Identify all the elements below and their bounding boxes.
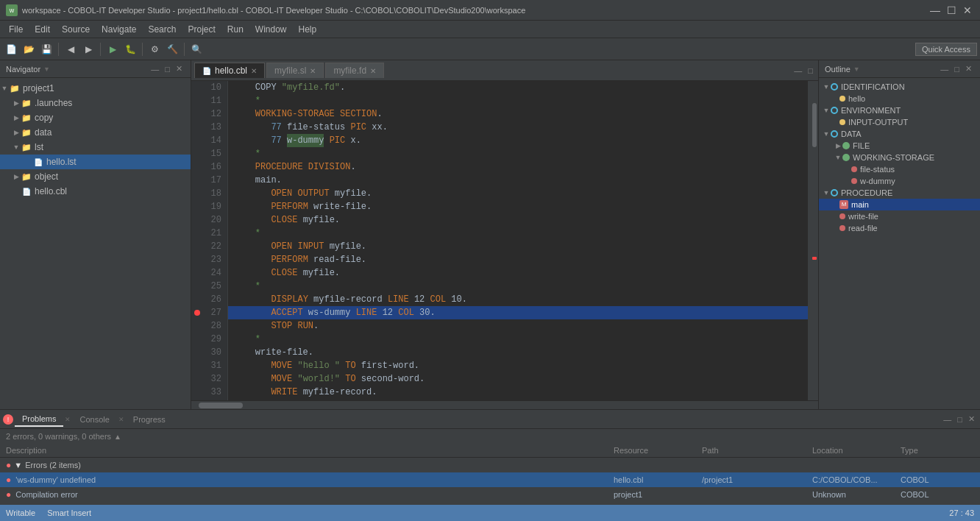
outline-w-dummy[interactable]: w-dummy bbox=[819, 175, 980, 187]
tree-item-hello-lst[interactable]: 📄 hello.lst bbox=[0, 155, 191, 169]
code-content[interactable]: COPY "myfile.fd". * WORKING-STORAGE SECT… bbox=[228, 81, 808, 400]
tab-myfile-sl[interactable]: myfile.sl ✕ bbox=[266, 63, 324, 78]
open-button[interactable]: 📂 bbox=[21, 41, 37, 57]
menu-navigate[interactable]: Navigate bbox=[96, 23, 142, 36]
navigator-minimize-button[interactable]: — bbox=[149, 63, 161, 74]
tree-item-hello-cbl[interactable]: 📄 hello.cbl bbox=[0, 184, 191, 199]
bottom-maximize-button[interactable]: □ bbox=[955, 414, 965, 425]
outline-data[interactable]: ▼ DATA bbox=[819, 128, 980, 140]
prob-1-type: COBOL bbox=[901, 475, 974, 484]
main-area: Navigator ▼ — □ ✕ ▼ 📁 project1 ▶ 📁 .laun… bbox=[0, 60, 980, 409]
code-line-29: * bbox=[228, 333, 808, 346]
outline-input-output[interactable]: INPUT-OUTPUT bbox=[819, 116, 980, 128]
menu-project[interactable]: Project bbox=[182, 23, 221, 36]
tree-item-launches[interactable]: ▶ 📁 .launches bbox=[0, 96, 191, 110]
ln-12: 12 bbox=[191, 107, 227, 121]
outline-label-file: FILE bbox=[853, 141, 870, 150]
outline-procedure[interactable]: ▼ PROCEDURE bbox=[819, 187, 980, 199]
bottom-minimize-button[interactable]: — bbox=[941, 414, 954, 425]
tab-hello-cbl[interactable]: 📄 hello.cbl ✕ bbox=[194, 63, 265, 78]
expand-all-button[interactable]: ▲ bbox=[114, 433, 121, 441]
horizontal-scrollbar[interactable] bbox=[191, 400, 818, 409]
menu-help[interactable]: Help bbox=[293, 23, 323, 36]
tab-console[interactable]: Console bbox=[72, 413, 116, 426]
tree-item-data[interactable]: ▶ 📁 data bbox=[0, 125, 191, 140]
h-scrollbar-thumb[interactable] bbox=[199, 403, 243, 408]
minimize-button[interactable]: — bbox=[928, 4, 942, 17]
new-button[interactable]: 📄 bbox=[3, 41, 19, 57]
tree-label-hello-cbl: hello.cbl bbox=[35, 186, 67, 196]
problems-summary: 2 errors, 0 warnings, 0 others ▲ bbox=[0, 429, 980, 444]
tree-item-lst[interactable]: ▼ 📁 lst bbox=[0, 140, 191, 155]
tree-item-project1[interactable]: ▼ 📁 project1 bbox=[0, 81, 191, 96]
ln-28: 28 bbox=[191, 319, 227, 333]
outline-file-status[interactable]: file-status bbox=[819, 163, 980, 175]
code-editor[interactable]: 10 11 12 13 14 15 16 17 18 19 20 21 22 2… bbox=[191, 81, 808, 400]
status-bar: Writable Smart Insert 27 : 43 bbox=[0, 505, 980, 521]
tree-item-object[interactable]: ▶ 📁 object bbox=[0, 169, 191, 184]
tab-problems[interactable]: Problems bbox=[15, 412, 63, 427]
project-icon: 📁 bbox=[9, 82, 21, 94]
navigator-maximize-button[interactable]: □ bbox=[163, 63, 172, 74]
editor-minimize-button[interactable]: — bbox=[792, 65, 804, 76]
outline-working-storage[interactable]: ▼ WORKING-STORAGE bbox=[819, 152, 980, 163]
navigator-close-button[interactable]: ✕ bbox=[174, 63, 185, 74]
outline-close-button[interactable]: ✕ bbox=[963, 63, 974, 74]
menu-edit[interactable]: Edit bbox=[29, 23, 56, 36]
maximize-button[interactable]: ☐ bbox=[945, 4, 958, 17]
tree-label-object: object bbox=[35, 171, 58, 182]
outline-arrow-procedure: ▼ bbox=[822, 189, 831, 196]
outline-read-file[interactable]: read-file bbox=[819, 222, 980, 234]
ln-20: 20 bbox=[191, 213, 227, 227]
tab-close-myfile-fd[interactable]: ✕ bbox=[370, 67, 376, 75]
outline-label-w-dummy: w-dummy bbox=[860, 177, 895, 185]
outline-environment[interactable]: ▼ ENVIRONMENT bbox=[819, 104, 980, 116]
search-toolbar-button[interactable]: 🔍 bbox=[188, 41, 205, 57]
code-line-21: * bbox=[228, 227, 808, 240]
prob-2-resource: project1 bbox=[614, 490, 702, 499]
bottom-close-button[interactable]: ✕ bbox=[966, 414, 977, 425]
outline-maximize-button[interactable]: □ bbox=[952, 63, 962, 74]
errors-group-arrow[interactable]: ▼ bbox=[14, 461, 22, 469]
run-button[interactable]: ▶ bbox=[104, 41, 121, 57]
scrollbar-thumb[interactable] bbox=[812, 103, 817, 147]
compile-button[interactable]: ⚙ bbox=[146, 41, 163, 57]
editor-maximize-button[interactable]: □ bbox=[806, 65, 815, 76]
menu-run[interactable]: Run bbox=[221, 23, 249, 36]
outline-file[interactable]: ▶ FILE bbox=[819, 140, 980, 152]
menu-search[interactable]: Search bbox=[142, 23, 182, 36]
outline-main[interactable]: M main bbox=[819, 199, 980, 210]
outline-title: Outline bbox=[825, 65, 851, 74]
code-line-26: DISPLAY myfile-record LINE 12 COL 10. bbox=[228, 293, 808, 306]
prob-row-2[interactable]: ● Compilation error project1 Unknown COB… bbox=[0, 487, 980, 502]
quick-access-label[interactable]: Quick Access bbox=[915, 43, 977, 56]
summary-text: 2 errors, 0 warnings, 0 others bbox=[6, 432, 111, 441]
build-button[interactable]: 🔨 bbox=[164, 41, 180, 57]
outline-label-write-file: write-file bbox=[848, 212, 878, 221]
navigator-tree: ▼ 📁 project1 ▶ 📁 .launches ▶ 📁 copy bbox=[0, 78, 191, 409]
menu-file[interactable]: File bbox=[3, 23, 29, 36]
debug-button[interactable]: 🐛 bbox=[122, 41, 138, 57]
close-button[interactable]: ✕ bbox=[961, 4, 974, 17]
tree-item-copy[interactable]: ▶ 📁 copy bbox=[0, 110, 191, 125]
outline-minimize-button[interactable]: — bbox=[938, 63, 951, 74]
outline-hello[interactable]: hello bbox=[819, 93, 980, 104]
tab-progress[interactable]: Progress bbox=[126, 413, 173, 426]
tab-close-myfile-sl[interactable]: ✕ bbox=[310, 67, 316, 75]
prob-row-1[interactable]: ● 'ws-dummy' undefined hello.cbl /projec… bbox=[0, 472, 980, 487]
editor-scrollbar[interactable] bbox=[808, 81, 818, 400]
forward-button[interactable]: ▶ bbox=[80, 41, 96, 57]
tab-close-hello-cbl[interactable]: ✕ bbox=[251, 67, 257, 75]
outline-icon-io bbox=[839, 119, 845, 125]
back-button[interactable]: ◀ bbox=[63, 41, 79, 57]
outline-write-file[interactable]: write-file bbox=[819, 210, 980, 222]
tab-myfile-fd[interactable]: myfile.fd ✕ bbox=[325, 63, 384, 78]
ln-17: 17 bbox=[191, 174, 227, 187]
menu-source[interactable]: Source bbox=[56, 23, 96, 36]
problems-table: Description Resource Path Location Type … bbox=[0, 444, 980, 505]
menu-window[interactable]: Window bbox=[249, 23, 293, 36]
toolbar-separator-1 bbox=[58, 43, 59, 56]
navigator-panel: Navigator ▼ — □ ✕ ▼ 📁 project1 ▶ 📁 .laun… bbox=[0, 60, 191, 409]
outline-identification[interactable]: ▼ IDENTIFICATION bbox=[819, 81, 980, 93]
save-button[interactable]: 💾 bbox=[38, 41, 54, 57]
